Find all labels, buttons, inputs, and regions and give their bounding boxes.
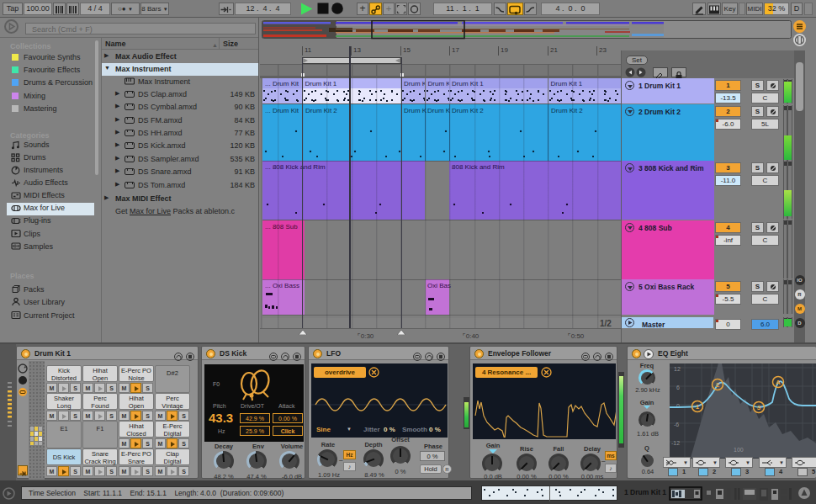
svg-text:-6: -6 [674, 422, 679, 427]
svg-text:100: 100 [734, 447, 744, 453]
svg-text:2: 2 [716, 381, 720, 389]
svg-text:-12: -12 [671, 440, 680, 446]
svg-text:3: 3 [757, 404, 761, 411]
svg-text:R: R [445, 467, 449, 472]
svg-text:6: 6 [676, 385, 680, 390]
svg-text:A: A [776, 379, 781, 386]
svg-text:0: 0 [676, 403, 680, 409]
svg-text:1: 1 [696, 403, 700, 411]
svg-text:12: 12 [674, 366, 681, 372]
